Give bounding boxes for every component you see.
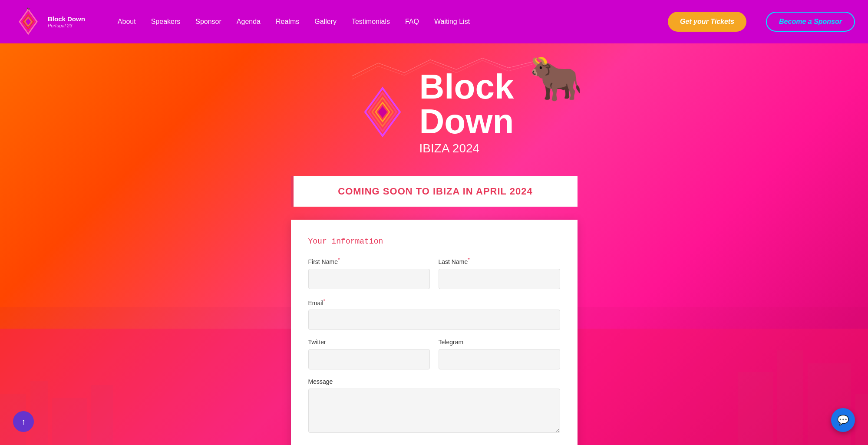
nav-realms[interactable]: Realms [276,18,299,26]
logo-diamond: 🦅 [13,7,43,37]
message-row: Message [308,378,560,433]
email-input[interactable] [308,310,560,330]
svg-text:🦅: 🦅 [27,7,30,11]
get-tickets-button[interactable]: Get your Tickets [668,12,746,32]
last-name-input[interactable] [439,269,560,289]
nav-waitinglist[interactable]: Waiting List [434,18,470,26]
first-name-group: First Name* [308,257,430,289]
hero-section: Block Down IBIZA 2024 🐂 COMING SOON TO I… [0,43,868,445]
social-row: Twitter Telegram [308,339,560,369]
nav-sponsor[interactable]: Sponsor [195,18,221,26]
last-name-label: Last Name* [439,257,560,265]
bull-illustration: 🐂 [529,56,583,100]
chat-button[interactable]: 💬 [831,408,855,432]
email-row: Email* [308,298,560,330]
telegram-label: Telegram [439,339,560,346]
nav-about[interactable]: About [118,18,136,26]
svg-rect-8 [30,381,48,445]
first-name-label: First Name* [308,257,430,265]
email-group: Email* [308,298,560,330]
twitter-label: Twitter [308,339,430,346]
hero-logo-area: Block Down IBIZA 2024 🐂 [354,69,514,155]
svg-rect-11 [738,372,773,445]
twitter-input[interactable] [308,349,430,369]
scroll-to-top-button[interactable]: ↑ [13,411,34,432]
svg-rect-14 [855,394,868,445]
logo-name: Block Down [48,15,85,23]
last-name-group: Last Name* [439,257,560,289]
message-label: Message [308,378,560,385]
nav-faq[interactable]: FAQ [405,18,419,26]
logo-area[interactable]: 🦅 Block Down Portugal 23 [13,7,85,37]
nav-testimonials[interactable]: Testimonials [352,18,390,26]
svg-rect-13 [808,363,851,445]
telegram-group: Telegram [439,339,560,369]
name-row: First Name* Last Name* [308,257,560,289]
svg-marker-19 [378,106,387,118]
hero-title-line1: Block [419,69,514,104]
nav-links: About Speakers Sponsor Agenda Realms Gal… [118,18,644,26]
nav-speakers[interactable]: Speakers [151,18,181,26]
coming-soon-banner: COMING SOON TO IBIZA IN APRIL 2024 [291,176,578,207]
twitter-group: Twitter [308,339,430,369]
form-card: Your information First Name* Last Name* … [291,220,578,445]
svg-rect-10 [91,385,113,445]
hero-title-line2: Down [419,104,514,139]
telegram-input[interactable] [439,349,560,369]
nav-gallery[interactable]: Gallery [314,18,337,26]
scroll-up-icon: ↑ [21,417,26,427]
email-label: Email* [308,298,560,307]
logo-sub: Portugal 23 [48,23,85,28]
nav-agenda[interactable]: Agenda [237,18,261,26]
navbar: 🦅 Block Down Portugal 23 About Speakers … [0,0,868,43]
chat-icon: 💬 [837,415,849,426]
form-section-title: Your information [308,237,560,246]
first-name-input[interactable] [308,269,430,289]
hero-diamond-logo [354,84,411,140]
become-sponsor-button[interactable]: Become a Sponsor [766,12,855,32]
svg-rect-9 [52,398,87,445]
message-textarea[interactable] [308,389,560,433]
message-group: Message [308,378,560,433]
svg-rect-12 [777,350,803,445]
coming-soon-text: COMING SOON TO IBIZA IN APRIL 2024 [338,186,532,197]
hero-subtitle: IBIZA 2024 [419,142,514,155]
